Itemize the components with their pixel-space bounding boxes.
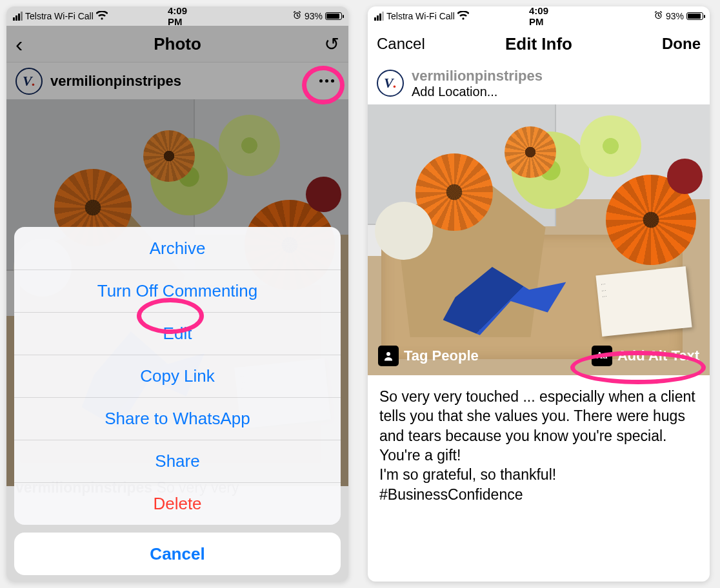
status-bar: Telstra Wi-Fi Call 4:09 PM 93% bbox=[368, 6, 710, 26]
username-label[interactable]: vermilionpinstripes bbox=[412, 68, 543, 84]
battery-icon bbox=[686, 12, 703, 20]
sheet-share[interactable]: Share bbox=[14, 440, 341, 482]
add-alt-text-label: Add Alt Text bbox=[617, 348, 699, 364]
action-sheet: Archive Turn Off Commenting Edit Copy Li… bbox=[14, 227, 341, 575]
clock-label: 4:09 PM bbox=[529, 6, 548, 27]
wifi-icon bbox=[457, 11, 469, 22]
person-tag-icon bbox=[378, 346, 399, 366]
sheet-copy-link[interactable]: Copy Link bbox=[14, 355, 341, 397]
sheet-share-whatsapp[interactable]: Share to WhatsApp bbox=[14, 397, 341, 440]
battery-pct-label: 93% bbox=[666, 11, 684, 21]
post-image[interactable]: ……… Tag People Aa Add Alt Text bbox=[368, 104, 710, 375]
handwritten-note: ……… bbox=[596, 266, 692, 337]
navbar-editinfo: Cancel Edit Info Done bbox=[368, 26, 710, 62]
carrier-label: Telstra Wi-Fi Call bbox=[386, 11, 455, 21]
caption-textarea[interactable]: So very very touched ... especially when… bbox=[368, 375, 710, 516]
post-header: V. vermilionpinstripes Add Location... bbox=[368, 62, 710, 104]
sheet-turn-off-commenting[interactable]: Turn Off Commenting bbox=[14, 270, 341, 312]
sheet-cancel[interactable]: Cancel bbox=[14, 533, 341, 575]
cancel-button[interactable]: Cancel bbox=[377, 35, 425, 53]
page-title: Edit Info bbox=[505, 34, 572, 54]
sheet-edit[interactable]: Edit bbox=[14, 312, 341, 355]
sheet-delete[interactable]: Delete bbox=[14, 482, 341, 525]
svg-point-2 bbox=[386, 352, 390, 356]
signal-icon bbox=[374, 12, 384, 21]
alarm-icon bbox=[654, 10, 663, 22]
done-button[interactable]: Done bbox=[662, 35, 701, 53]
add-alt-text-button[interactable]: Aa Add Alt Text bbox=[592, 346, 699, 366]
tag-people-button[interactable]: Tag People bbox=[378, 346, 479, 366]
phone-left-photo-options: Telstra Wi-Fi Call 4:09 PM 93% ‹ Photo ↻… bbox=[6, 6, 348, 582]
add-location-button[interactable]: Add Location... bbox=[412, 84, 543, 99]
sheet-archive[interactable]: Archive bbox=[14, 227, 341, 270]
phone-right-edit-info: Telstra Wi-Fi Call 4:09 PM 93% Cancel Ed… bbox=[368, 6, 710, 582]
avatar[interactable]: V. bbox=[377, 70, 404, 97]
tag-people-label: Tag People bbox=[404, 348, 479, 364]
aa-icon: Aa bbox=[592, 346, 612, 366]
